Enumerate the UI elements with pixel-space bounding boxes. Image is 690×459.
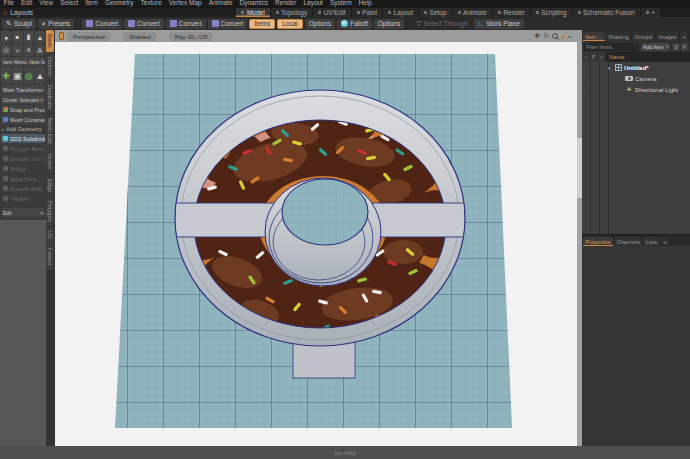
menu-item[interactable]: Layout bbox=[300, 0, 327, 6]
viewport-3d[interactable]: PerspectiveShadedRay GL: Off ✚ ↻ ● ▪ bbox=[55, 30, 582, 446]
mini-button[interactable]: F bbox=[681, 43, 688, 51]
geometry-tool-button[interactable]: Extrude Shift-X bbox=[1, 154, 45, 163]
item-list-tab[interactable]: Groups bbox=[632, 32, 655, 41]
toolbox-tab[interactable]: Edge bbox=[46, 175, 54, 197]
menu-item[interactable]: Geometry bbox=[101, 0, 137, 6]
workspace-tab[interactable]: Layout bbox=[382, 8, 418, 17]
curve-tool-icon[interactable] bbox=[1, 44, 11, 56]
mesh-constraints-button[interactable]: Mesh Constraints bbox=[1, 115, 45, 124]
workspace-tab[interactable]: Paint bbox=[351, 8, 382, 17]
menu-item[interactable]: Animate bbox=[205, 0, 236, 6]
menu-item[interactable]: Edit bbox=[17, 0, 35, 6]
menu-item[interactable]: Help bbox=[355, 0, 375, 6]
pan-view-icon[interactable]: ✚ bbox=[535, 32, 541, 40]
workspace-tab[interactable]: Setup bbox=[418, 8, 452, 17]
visibility-dot-icon[interactable] bbox=[582, 73, 590, 84]
menu-item[interactable]: Render bbox=[272, 0, 300, 6]
toolbox-tab[interactable]: UV bbox=[46, 227, 54, 243]
home-icon[interactable]: ⌂ bbox=[0, 9, 10, 16]
item-list-row[interactable]: ▾ Untitled* bbox=[582, 62, 690, 73]
toolbox-tab[interactable]: Vertex bbox=[46, 149, 54, 173]
toolbar-button[interactable]: Falloff bbox=[337, 19, 372, 29]
toolbar-button[interactable]: Convert bbox=[124, 19, 164, 29]
geometry-tool-button[interactable]: Smooth Shift bbox=[1, 184, 45, 193]
primitive-tool-icon[interactable] bbox=[24, 31, 34, 43]
viewport-mode-button[interactable]: Shaded bbox=[123, 32, 156, 41]
add-geometry-section[interactable]: ▸ Add Geometry bbox=[1, 125, 45, 133]
geometry-tool-button[interactable]: Thicken bbox=[1, 194, 45, 203]
layouts-label[interactable]: Layouts bbox=[10, 9, 33, 16]
mini-button[interactable]: S bbox=[672, 43, 680, 51]
item-list-tab[interactable]: Shading bbox=[606, 32, 631, 41]
visibility-dot-icon[interactable] bbox=[582, 84, 590, 95]
menu-item[interactable]: Dynamics bbox=[236, 0, 272, 6]
menu-item[interactable]: Texture bbox=[137, 0, 165, 6]
visibility-dot-icon[interactable] bbox=[582, 62, 590, 73]
properties-tab[interactable]: Channels bbox=[614, 237, 642, 246]
viewport-handle-icon[interactable] bbox=[59, 32, 64, 40]
workspace-tab[interactable]: UV/Edit bbox=[312, 8, 351, 17]
menu-item[interactable]: File bbox=[0, 0, 17, 6]
curve-tool-icon[interactable] bbox=[12, 44, 22, 56]
menu-item[interactable]: System bbox=[326, 0, 355, 6]
geometry-tool-button[interactable]: Polygon Bevel Shift-B bbox=[1, 144, 45, 153]
item-tool-icon[interactable] bbox=[12, 67, 22, 84]
primitive-tool-icon[interactable] bbox=[12, 31, 22, 43]
curve-tool-icon[interactable] bbox=[35, 44, 45, 56]
workspace-tab[interactable]: Topology bbox=[270, 8, 313, 17]
toolbar-button[interactable]: Options bbox=[374, 19, 404, 29]
viewport-scrollbar[interactable] bbox=[577, 42, 582, 446]
toolbar-button[interactable]: Convert bbox=[166, 19, 206, 29]
item-list-tab[interactable]: + bbox=[680, 32, 688, 41]
item-tool-icon[interactable] bbox=[24, 67, 34, 84]
properties-tab[interactable]: Lists bbox=[643, 237, 659, 246]
toolbox-tab[interactable]: Basic bbox=[46, 30, 54, 52]
item-tool-icon[interactable] bbox=[1, 67, 11, 84]
toolbar-button[interactable]: Convert bbox=[208, 19, 248, 29]
menu-item[interactable]: Vertex Map bbox=[165, 0, 205, 6]
workspace-tab[interactable]: + bbox=[640, 8, 660, 17]
toolbar-button[interactable]: Local bbox=[277, 19, 303, 29]
workspace-tab[interactable]: Render bbox=[492, 8, 530, 17]
zoom-view-icon[interactable] bbox=[552, 33, 558, 39]
workspace-tab[interactable]: Scripting bbox=[530, 8, 572, 17]
geometry-tool-button[interactable]: SDS Subdivide D bbox=[1, 134, 45, 143]
toolbar-button[interactable]: Work Plane bbox=[474, 19, 524, 29]
workspace-tab[interactable]: Model bbox=[235, 8, 269, 17]
expander-icon[interactable]: ▾ bbox=[608, 65, 613, 71]
toolbox-tab[interactable]: Deform bbox=[46, 53, 54, 80]
toolbar-button[interactable]: Items bbox=[249, 19, 275, 29]
item-list-tab[interactable]: Images bbox=[656, 32, 679, 41]
filter-items-field[interactable]: Filter Items bbox=[584, 43, 639, 51]
workspace-tab[interactable]: Schematic Fusion bbox=[572, 8, 640, 17]
geometry-tool-button[interactable]: Edge Slice bbox=[1, 174, 45, 183]
curve-tool-icon[interactable] bbox=[24, 44, 34, 56]
snap-precision-button[interactable]: Snap and Precision bbox=[1, 105, 45, 114]
menu-item[interactable]: View bbox=[36, 0, 57, 6]
toolbox-tab[interactable]: Duplicate bbox=[46, 81, 54, 113]
edit-dropdown[interactable]: Edit▾ bbox=[1, 208, 45, 217]
view-options-icon[interactable]: ▪ bbox=[569, 33, 571, 40]
toolbox-tab[interactable]: Fusion bbox=[46, 244, 54, 269]
scrollbar-thumb[interactable] bbox=[577, 138, 582, 198]
item-menu-dropdown[interactable]: Item Menu: New Item▾ bbox=[1, 57, 45, 66]
item-list-row[interactable]: Camera bbox=[582, 73, 690, 84]
toolbar-button[interactable]: Convert bbox=[82, 19, 122, 29]
toolbar-button[interactable]: Select Through bbox=[412, 19, 471, 29]
toolbox-tab[interactable]: Mesh Edit bbox=[46, 114, 54, 148]
properties-tab[interactable]: Properties bbox=[583, 237, 613, 246]
toolbar-button[interactable]: Sculpt bbox=[2, 19, 36, 29]
add-item-button[interactable]: Add Item ▾ bbox=[641, 43, 670, 51]
toolbar-button[interactable]: Options bbox=[305, 19, 335, 29]
primitive-tool-icon[interactable] bbox=[1, 31, 11, 43]
viewport-mode-button[interactable]: Ray GL: Off bbox=[169, 32, 214, 41]
workspace-tab[interactable]: Animate bbox=[452, 8, 492, 17]
center-selected-dropdown[interactable]: Center Selected▾ bbox=[1, 95, 45, 104]
menu-item[interactable]: Select bbox=[57, 0, 82, 6]
viewport-mode-button[interactable]: Perspective bbox=[67, 32, 111, 41]
item-list-row[interactable]: Directional Light bbox=[582, 84, 690, 95]
viewport-canvas[interactable] bbox=[55, 42, 582, 446]
primitive-tool-icon[interactable] bbox=[35, 31, 45, 43]
more-transforms-dropdown[interactable]: More Transforms▾ bbox=[1, 85, 45, 94]
item-list-tab[interactable]: Item ... bbox=[583, 32, 605, 41]
